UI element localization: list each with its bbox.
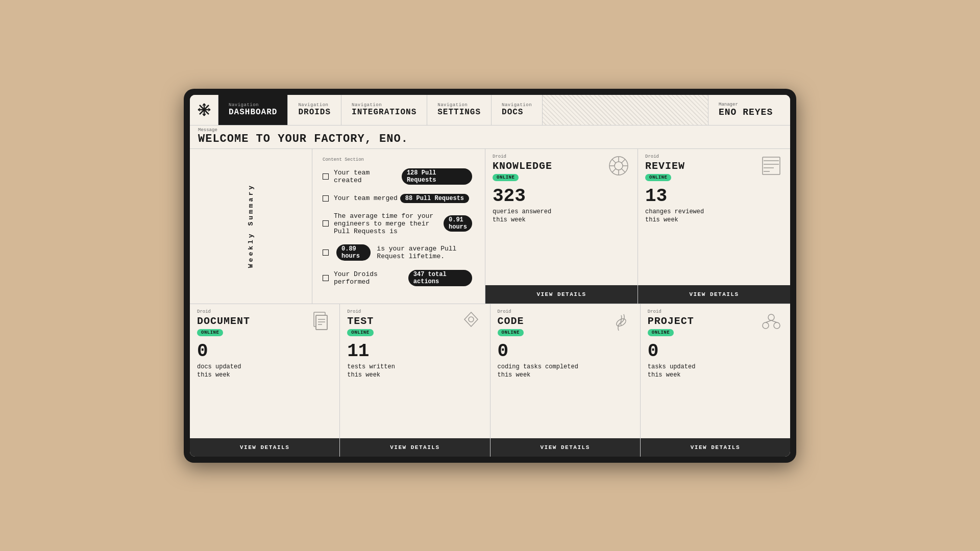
screen: Navigation DASHBOARD Navigation DROIDS N…: [190, 95, 790, 457]
review-card: Droid REVIEW ONLINE 13: [638, 149, 790, 304]
summary-item-2: The average time for your engineers to m…: [323, 212, 475, 235]
nav-docs-label-small: Navigation: [502, 103, 532, 108]
document-view-details-button[interactable]: VIEW DETAILS: [190, 438, 339, 457]
code-card: Droid CODE ONLINE 0 coding tasks com: [491, 304, 641, 457]
summary-prefix-4: Your Droids performed: [334, 270, 406, 286]
svg-line-20: [621, 159, 625, 163]
knowledge-card: Droid KNOWLEDGE ONLINE: [485, 149, 638, 304]
code-footer: VIEW DETAILS: [491, 438, 640, 457]
document-stat-number: 0: [197, 342, 332, 361]
code-stat-number: 0: [498, 342, 633, 361]
checkbox-icon-2: [323, 220, 329, 227]
knowledge-online-badge: ONLINE: [493, 174, 519, 181]
top-section: Weekly Summary Content Section Your team…: [190, 149, 790, 304]
summary-prefix-1: Your team merged: [334, 194, 398, 202]
test-card: Droid TEST ONLINE 11 tests written this: [340, 304, 490, 457]
nav-settings-title: SETTINGS: [437, 108, 481, 117]
knowledge-icon: [606, 153, 631, 181]
summary-badge-2: 0.91 hours: [444, 215, 472, 232]
summary-item-0: Your team created 128 Pull Requests: [323, 168, 475, 185]
test-view-details-button[interactable]: VIEW DETAILS: [340, 438, 489, 457]
bottom-section: Droid DOCUMENT ONLINE: [190, 304, 790, 457]
summary-prefix-2: The average time for your engineers to m…: [334, 212, 437, 235]
nav-settings-label-small: Navigation: [437, 103, 481, 108]
header: Navigation DASHBOARD Navigation DROIDS N…: [190, 95, 790, 126]
manager-label: Manager: [719, 102, 780, 107]
summary-badge-1: 88 Pull Requests: [400, 194, 469, 203]
summary-suffix-3: is your average Pull Request lifetime.: [377, 245, 475, 260]
summary-badge-4: 347 total actions: [408, 270, 472, 286]
project-card: Droid PROJECT ONLINE 0: [641, 304, 790, 457]
svg-point-37: [774, 322, 780, 329]
review-stat-label: changes reviewed this week: [645, 208, 783, 225]
checkbox-icon-4: [323, 275, 329, 281]
checkbox-icon-0: [323, 173, 329, 180]
review-view-details-button[interactable]: VIEW DETAILS: [638, 285, 790, 304]
test-stat-label: tests written this week: [347, 363, 482, 380]
project-view-details-button[interactable]: VIEW DETAILS: [641, 438, 790, 457]
weekly-summary-label: Weekly Summary: [247, 184, 255, 268]
document-stat-label: docs updated this week: [197, 363, 332, 380]
review-online-badge: ONLINE: [645, 174, 671, 181]
summary-prefix-0: Your team created: [334, 169, 399, 184]
test-icon: [458, 308, 484, 336]
knowledge-stat-number: 323: [493, 187, 630, 206]
nav-droids[interactable]: Navigation DROIDS: [288, 95, 341, 125]
svg-point-36: [763, 322, 769, 329]
checkbox-icon-1: [323, 195, 329, 202]
nav-dashboard-label-small: Navigation: [229, 103, 277, 108]
code-online-badge: ONLINE: [498, 329, 524, 336]
svg-line-19: [621, 168, 625, 172]
knowledge-content-area: 323 queries answered this week: [485, 181, 638, 285]
header-hatch: [543, 95, 708, 125]
project-content-area: 0 tasks updated this week: [641, 336, 790, 438]
nav-dashboard-title: DASHBOARD: [229, 108, 277, 117]
nav-docs-title: DOCS: [502, 108, 532, 117]
nav-droids-title: DROIDS: [298, 108, 331, 117]
document-online-badge: ONLINE: [197, 329, 223, 336]
checkbox-icon-3: [323, 249, 329, 256]
code-content-area: 0 coding tasks completed this week: [491, 336, 640, 438]
svg-line-21: [612, 168, 616, 172]
weekly-summary-panel: Weekly Summary: [190, 149, 312, 304]
code-stat-label: coding tasks completed this week: [498, 363, 633, 380]
snowflake-icon: [196, 102, 212, 118]
test-footer: VIEW DETAILS: [340, 438, 489, 457]
summary-item-1: Your team merged 88 Pull Requests: [323, 194, 475, 203]
content-section: Content Section Your team created 128 Pu…: [312, 149, 485, 304]
nav-integrations[interactable]: Navigation INTEGRATIONS: [341, 95, 427, 125]
test-online-badge: ONLINE: [347, 329, 373, 336]
manager-section: Manager ENO REYES: [708, 95, 790, 125]
knowledge-view-details-button[interactable]: VIEW DETAILS: [485, 285, 638, 304]
nav-dashboard[interactable]: Navigation DASHBOARD: [218, 95, 288, 125]
summary-item-3: 0.89 hours is your average Pull Request …: [323, 244, 475, 261]
nav-integrations-label-small: Navigation: [352, 103, 416, 108]
code-view-details-button[interactable]: VIEW DETAILS: [491, 438, 640, 457]
summary-badge-3: 0.89 hours: [336, 244, 371, 261]
svg-point-35: [768, 314, 774, 320]
review-stat-number: 13: [645, 187, 783, 206]
summary-badge-0: 128 Pull Requests: [402, 168, 472, 185]
svg-rect-25: [763, 157, 780, 174]
project-online-badge: ONLINE: [648, 329, 674, 336]
document-footer: VIEW DETAILS: [190, 438, 339, 457]
test-content-area: 11 tests written this week: [340, 336, 489, 438]
review-footer: VIEW DETAILS: [638, 285, 790, 304]
document-content-area: 0 docs updated this week: [190, 336, 339, 438]
project-footer: VIEW DETAILS: [641, 438, 790, 457]
svg-point-33: [469, 317, 474, 322]
document-card: Droid DOCUMENT ONLINE: [190, 304, 340, 457]
welcome-bar: Message WELCOME TO YOUR FACTORY, ENO.: [190, 126, 790, 149]
review-icon: [758, 153, 784, 181]
nav-docs[interactable]: Navigation DOCS: [492, 95, 543, 125]
test-stat-number: 11: [347, 342, 482, 361]
nav-settings[interactable]: Navigation SETTINGS: [427, 95, 492, 125]
code-icon: [608, 308, 634, 336]
knowledge-footer: VIEW DETAILS: [485, 285, 638, 304]
project-icon: [758, 308, 784, 336]
welcome-label-small: Message: [198, 128, 782, 133]
knowledge-stat-label: queries answered this week: [493, 208, 630, 225]
manager-name: ENO REYES: [719, 107, 780, 117]
nav-integrations-title: INTEGRATIONS: [352, 108, 416, 117]
review-content-area: 13 changes reviewed this week: [638, 181, 790, 285]
